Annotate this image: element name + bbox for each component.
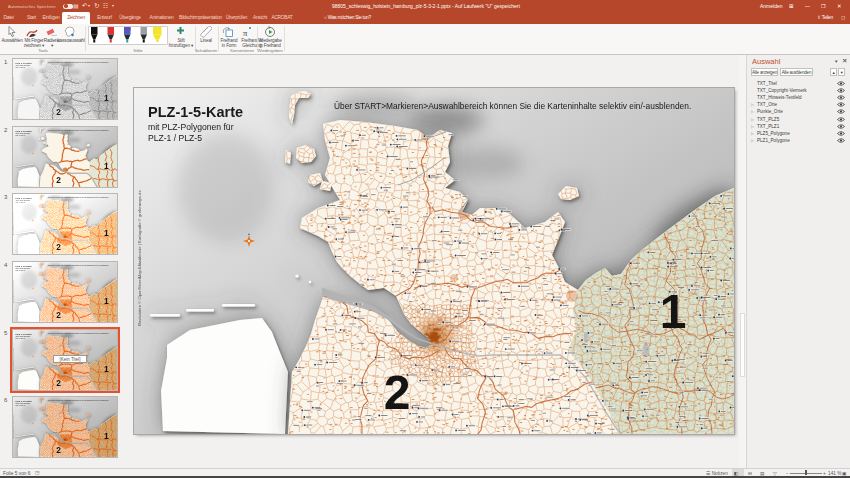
svg-text:π: π [243,28,248,38]
